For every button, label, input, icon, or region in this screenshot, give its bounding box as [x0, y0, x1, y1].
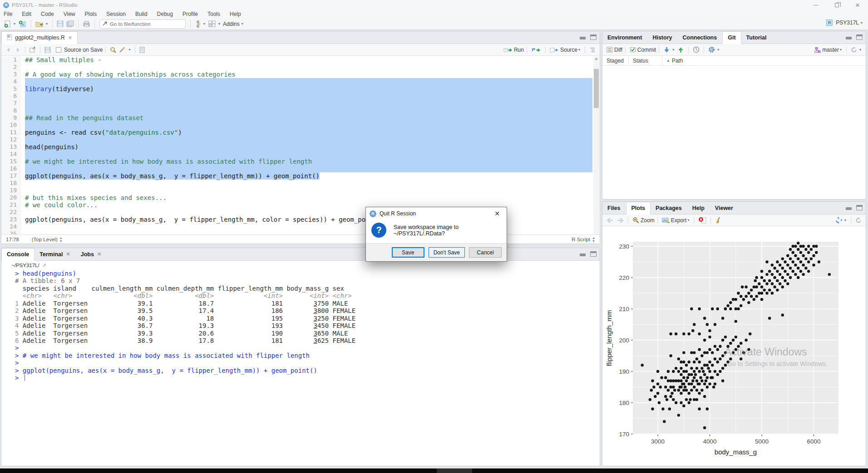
gear-icon[interactable]: [707, 45, 716, 55]
code-line[interactable]: 7: [1, 100, 600, 107]
code-line[interactable]: 8: [1, 107, 600, 114]
commit-button[interactable]: Commit: [637, 47, 656, 53]
column-path[interactable]: ▲Path: [662, 56, 866, 65]
code-line[interactable]: 25: [1, 230, 600, 234]
restore-button[interactable]: [826, 0, 847, 10]
export-caret-icon[interactable]: ▾: [687, 218, 689, 222]
minimize-pane-icon[interactable]: [845, 205, 853, 210]
publish-icon[interactable]: [833, 215, 843, 225]
dialog-title-bar[interactable]: R Quit R Session: [366, 207, 507, 220]
zoom-plot-button[interactable]: Zoom: [641, 217, 655, 224]
code-line[interactable]: 12: [1, 136, 600, 143]
rerun-icon[interactable]: [530, 45, 542, 55]
code-line[interactable]: 11penguins <- read_csv("data/penguins.cs…: [1, 129, 600, 136]
find-icon[interactable]: [108, 45, 118, 55]
code-line[interactable]: 3# A good way of showing relationships a…: [1, 71, 600, 78]
history-icon[interactable]: [691, 45, 701, 55]
menu-debug[interactable]: Debug: [157, 11, 173, 17]
tab-close-icon[interactable]: ✕: [97, 251, 101, 257]
print-icon[interactable]: [81, 19, 92, 29]
maximize-pane-icon[interactable]: [856, 34, 863, 40]
tab-environment[interactable]: Environment: [602, 31, 647, 44]
code-editor[interactable]: 1## Small multiples -23# A good way of s…: [1, 56, 600, 234]
file-type-indicator[interactable]: R Script: [572, 237, 590, 242]
code-line[interactable]: 18: [1, 180, 600, 187]
dialog-close-icon[interactable]: ✕: [488, 208, 506, 219]
close-button[interactable]: ✕: [847, 0, 868, 10]
menu-code[interactable]: Code: [41, 11, 54, 17]
branch-caret-icon[interactable]: ▾: [840, 48, 842, 52]
code-line[interactable]: 6: [1, 93, 600, 100]
menu-build[interactable]: Build: [135, 11, 148, 17]
document-outline-icon[interactable]: [588, 45, 597, 55]
editor-scrollbar[interactable]: ▲: [593, 56, 599, 234]
popout-icon[interactable]: [28, 45, 37, 55]
forward-icon[interactable]: [13, 45, 22, 55]
new-project-icon[interactable]: R: [17, 19, 28, 29]
tab-jobs[interactable]: Jobs✕: [76, 248, 107, 260]
new-file-icon[interactable]: [3, 19, 13, 29]
code-tools-icon[interactable]: [118, 45, 128, 55]
goto-file-input[interactable]: [110, 21, 178, 27]
code-line[interactable]: 9## Read in the penguins dataset: [1, 114, 600, 122]
addins-button[interactable]: Addins: [223, 21, 240, 27]
refresh-caret-icon[interactable]: ▾: [859, 48, 861, 52]
console-output[interactable]: > head(penguins)# A tibble: 6 x 7 specie…: [1, 270, 600, 466]
code-line[interactable]: 1## Small multiples -: [1, 56, 600, 63]
code-line[interactable]: 23ggplot(penguins, aes(x = body_mass_g, …: [1, 216, 600, 223]
menu-plots[interactable]: Plots: [85, 11, 97, 17]
tab-close-icon[interactable]: ✕: [68, 35, 72, 41]
run-button[interactable]: Run: [514, 47, 524, 53]
panes-layout-caret-icon[interactable]: ▾: [218, 22, 220, 26]
pull-caret-icon[interactable]: ▾: [672, 48, 674, 52]
push-icon[interactable]: [676, 45, 686, 55]
menu-session[interactable]: Session: [106, 11, 126, 17]
minimize-button[interactable]: [805, 0, 826, 10]
menu-edit[interactable]: Edit: [22, 11, 31, 17]
code-line[interactable]: 21# we could color...: [1, 201, 600, 209]
goto-directory-icon[interactable]: ⇗: [42, 263, 46, 268]
code-line[interactable]: 10: [1, 122, 600, 129]
save-button[interactable]: Save: [392, 247, 424, 258]
publish-caret-icon[interactable]: ▾: [844, 218, 846, 222]
source-on-save-checkbox[interactable]: [56, 47, 61, 53]
code-line[interactable]: 22: [1, 209, 600, 216]
code-line[interactable]: 13head(penguins): [1, 143, 600, 151]
save-doc-icon[interactable]: [43, 45, 52, 55]
open-file-caret-icon[interactable]: ▾: [46, 22, 48, 26]
code-line[interactable]: 24: [1, 223, 600, 230]
menu-file[interactable]: File: [4, 11, 12, 17]
code-line[interactable]: 5library(tidyverse): [1, 85, 600, 93]
panes-layout-icon[interactable]: [207, 19, 217, 29]
version-control-icon[interactable]: [193, 19, 202, 29]
dont-save-button[interactable]: Don't Save: [429, 247, 465, 258]
tab-terminal[interactable]: Terminal✕: [35, 248, 75, 260]
menu-tools[interactable]: Tools: [207, 11, 220, 17]
refresh-icon[interactable]: [849, 45, 858, 55]
maximize-pane-icon[interactable]: [590, 34, 597, 40]
minimize-pane-icon[interactable]: [845, 34, 853, 39]
tab-tutorial[interactable]: Tutorial: [741, 31, 772, 44]
tab-viewer[interactable]: Viewer: [710, 202, 739, 214]
code-line[interactable]: 4: [1, 78, 600, 85]
column-status[interactable]: Status: [629, 56, 662, 65]
source-button[interactable]: Source: [560, 47, 577, 53]
code-line[interactable]: 15# we might be interested in how body m…: [1, 158, 600, 165]
cancel-button[interactable]: Cancel: [469, 247, 502, 258]
tab-history[interactable]: History: [647, 31, 677, 44]
tab-plots[interactable]: Plots: [626, 202, 651, 215]
code-line[interactable]: 19: [1, 187, 600, 194]
code-line[interactable]: 20# but this mixes species and sexes...: [1, 194, 600, 201]
project-selector[interactable]: R PSY317L ▾: [826, 20, 864, 26]
minimize-pane-icon[interactable]: [579, 34, 587, 39]
code-line[interactable]: 16: [1, 165, 600, 172]
next-plot-icon[interactable]: [615, 215, 625, 225]
goto-file-box[interactable]: [99, 20, 186, 29]
minimize-pane-icon[interactable]: [579, 251, 587, 256]
save-icon[interactable]: [55, 19, 65, 29]
tab-files[interactable]: Files: [602, 202, 626, 214]
remove-plot-icon[interactable]: [697, 215, 708, 225]
branch-selector[interactable]: master: [822, 47, 839, 53]
tab-ggplot2-multiples[interactable]: R ggplot2_multiples.R ✕: [1, 31, 78, 44]
new-file-caret-icon[interactable]: ▾: [14, 22, 15, 26]
